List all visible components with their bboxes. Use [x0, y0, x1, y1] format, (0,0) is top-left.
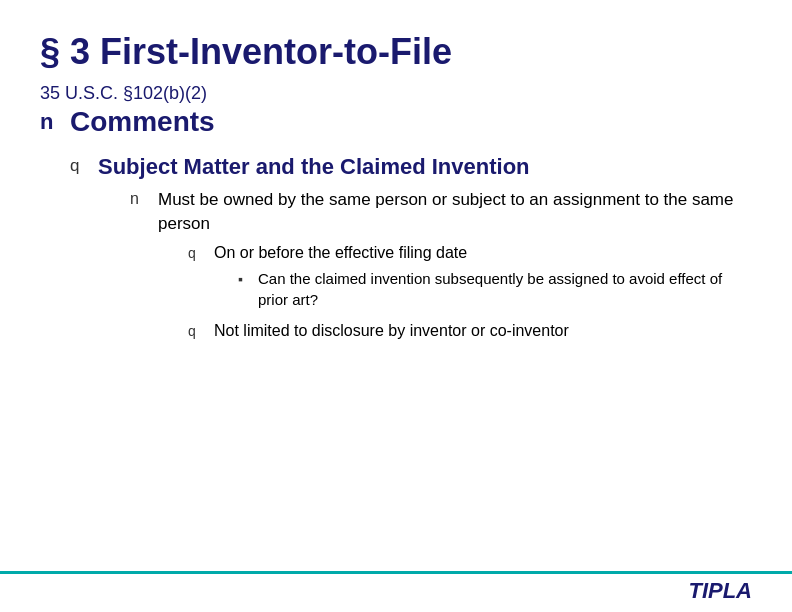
level1-container: q Subject Matter and the Claimed Inventi… [70, 154, 752, 354]
level3-container: q On or before the effective filing date… [188, 242, 752, 349]
section-header: n Comments [40, 106, 752, 138]
level2-bullet: n [130, 190, 148, 208]
level3-bullet-1: q [188, 245, 204, 261]
level3-item-1: q On or before the effective filing date… [188, 242, 752, 314]
slide-title: § 3 First-Inventor-to-File [40, 30, 752, 73]
level4-container: ▪ Can the claimed invention subsequently… [238, 268, 752, 314]
level4-bullet: ▪ [238, 271, 250, 287]
level4-text: Can the claimed invention subsequently b… [258, 268, 752, 310]
section-bullet: n [40, 109, 60, 135]
level4-item: ▪ Can the claimed invention subsequently… [238, 268, 752, 310]
level2-text: Must be owned by the same person or subj… [158, 188, 752, 236]
section-label: Comments [70, 106, 215, 138]
bottom-line [0, 571, 792, 574]
level2-item: n Must be owned by the same person or su… [130, 188, 752, 348]
level3-text-2: Not limited to disclosure by inventor or… [214, 320, 569, 342]
level1-bullet: q [70, 156, 88, 176]
level1-text: Subject Matter and the Claimed Invention [98, 154, 530, 180]
slide-subtitle: 35 U.S.C. §102(b)(2) [40, 83, 752, 104]
level3-text-1: On or before the effective filing date [214, 242, 752, 264]
tipla-logo: TIPLA [688, 578, 752, 604]
level3-bullet-2: q [188, 323, 204, 339]
level3-item-2: q Not limited to disclosure by inventor … [188, 320, 752, 342]
slide-container: § 3 First-Inventor-to-File 35 U.S.C. §10… [0, 0, 792, 612]
level1-item: q Subject Matter and the Claimed Inventi… [70, 154, 752, 180]
level2-container: n Must be owned by the same person or su… [130, 188, 752, 348]
